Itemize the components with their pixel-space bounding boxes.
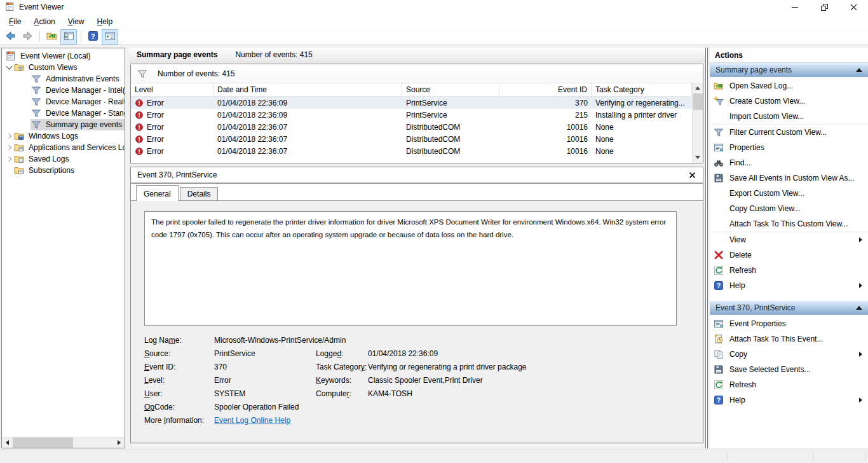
action-copy[interactable]: Copy	[710, 347, 868, 362]
scroll-left-button[interactable]	[2, 438, 13, 448]
tree-item-saved-logs[interactable]: Saved Logs	[2, 153, 125, 165]
event-fields: Log Name:Microsoft-Windows-PrintService/…	[144, 333, 691, 427]
tree-item-label: Device Manager - Standa	[46, 109, 125, 118]
tree-expander[interactable]	[4, 146, 13, 149]
action-save-selected-events[interactable]: Save Selected Events...	[710, 362, 868, 377]
action-refresh[interactable]: Refresh	[710, 263, 868, 278]
tree-item-custom-views[interactable]: Custom Views	[2, 62, 125, 73]
menu-view[interactable]: View	[62, 15, 91, 28]
scroll-right-button[interactable]	[114, 438, 125, 448]
collapse-icon[interactable]	[856, 306, 862, 310]
help-button[interactable]: ?	[85, 29, 101, 45]
action-label: Help	[729, 281, 745, 290]
action-find[interactable]: Find...	[710, 155, 868, 170]
table-row[interactable]: Error01/04/2018 22:36:09PrintService215I…	[131, 109, 703, 121]
minimize-button[interactable]	[780, 0, 810, 14]
action-label: Refresh	[729, 380, 756, 389]
action-copy-custom-view[interactable]: Copy Custom View...	[710, 201, 868, 216]
pane-splitter[interactable]	[705, 48, 708, 448]
action-pane-button[interactable]	[102, 29, 118, 45]
statusbar-divider	[728, 453, 728, 461]
delete-icon	[714, 250, 724, 260]
tree-item-windows-logs[interactable]: Windows Logs	[2, 130, 125, 142]
column-header-task-category[interactable]: Task Category	[592, 83, 692, 97]
console-tree-button[interactable]	[60, 29, 77, 45]
action-label: Find...	[729, 158, 750, 167]
tree-item-event-viewer-local[interactable]: Event Viewer (Local)	[2, 50, 125, 62]
blank-icon	[714, 188, 724, 198]
tree-item-device-manager-realtek[interactable]: Device Manager - Realtek	[2, 96, 125, 107]
tree-item-subscriptions[interactable]: Subscriptions	[2, 165, 125, 176]
action-import-custom-view[interactable]: Import Custom View...	[710, 109, 868, 124]
restore-button[interactable]	[810, 0, 839, 14]
open-folder-icon	[714, 81, 724, 91]
menu-action[interactable]: Action	[27, 15, 61, 28]
open-folder-button[interactable]	[43, 29, 60, 45]
action-filter-current-custom-view[interactable]: Filter Current Custom View...	[710, 124, 868, 140]
action-view[interactable]: View	[710, 232, 868, 247]
tree-item-summary-page-events[interactable]: Summary page events	[2, 119, 125, 130]
save-icon	[714, 173, 724, 183]
column-header-source[interactable]: Source	[402, 83, 499, 97]
scroll-down-button[interactable]	[693, 152, 703, 163]
table-row[interactable]: Error01/04/2018 22:36:07DistributedCOM10…	[131, 145, 703, 157]
collapse-icon[interactable]	[856, 68, 862, 72]
tree-expander[interactable]	[4, 66, 13, 69]
column-header-date-and-time[interactable]: Date and Time	[214, 83, 402, 97]
tree-expander[interactable]	[4, 157, 13, 161]
table-row[interactable]: Error01/04/2018 22:36:07DistributedCOM10…	[131, 121, 703, 133]
restore-icon	[821, 4, 827, 10]
copy-icon	[714, 349, 724, 359]
action-refresh[interactable]: Refresh	[710, 377, 868, 392]
tree-item-device-manager-intel-r[interactable]: Device Manager - Intel(R	[2, 85, 125, 96]
detail-close-button[interactable]	[688, 170, 696, 179]
action-label: Refresh	[729, 266, 756, 275]
table-row[interactable]: Error01/04/2018 22:36:07DistributedCOM10…	[131, 133, 703, 145]
action-save-all-events-in-custom-view-as[interactable]: Save All Events in Custom View As...	[710, 170, 868, 186]
scroll-up-button[interactable]	[693, 83, 703, 93]
action-properties[interactable]: Properties	[710, 140, 868, 155]
actions-section-summary-page-events[interactable]: Summary page events	[710, 63, 868, 77]
tree-item-label: Summary page events	[46, 120, 122, 129]
find-icon	[714, 158, 724, 168]
forward-arrow-button[interactable]	[19, 29, 36, 45]
tree-item-device-manager-standa[interactable]: Device Manager - Standa	[2, 107, 125, 119]
tab-general[interactable]: General	[136, 185, 179, 201]
tab-details[interactable]: Details	[180, 187, 219, 200]
event-log-online-help-link[interactable]: Event Log Online Help	[214, 416, 290, 425]
tree-expander[interactable]	[4, 134, 13, 138]
blank-icon	[714, 219, 724, 229]
action-help[interactable]: ?Help	[710, 278, 868, 293]
chevron-down-icon	[6, 64, 12, 70]
actions-section-event-370-printservice[interactable]: Event 370, PrintService	[710, 301, 868, 315]
tree-horizontal-scrollbar[interactable]	[2, 437, 125, 448]
scrollbar-thumb[interactable]	[693, 93, 703, 110]
tree-item-administrative-events[interactable]: Administrative Events	[2, 73, 125, 85]
action-create-custom-view[interactable]: Create Custom View...	[710, 93, 868, 109]
action-open-saved-log[interactable]: Open Saved Log...	[710, 78, 868, 93]
events-vertical-scrollbar[interactable]	[692, 83, 703, 163]
close-button[interactable]	[839, 0, 868, 14]
event-source-cell: DistributedCOM	[402, 123, 499, 132]
filter-summary-bar: Number of events: 415	[131, 64, 703, 83]
action-attach-task-to-this-custom-view[interactable]: Attach Task To This Custom View...	[710, 216, 868, 232]
column-header-event-id[interactable]: Event ID	[499, 83, 592, 97]
action-event-properties[interactable]: Event Properties	[710, 316, 868, 331]
event-id-cell: 10016	[499, 135, 592, 144]
tree-item-label: Custom Views	[29, 63, 77, 72]
action-delete[interactable]: Delete	[710, 247, 868, 263]
close-icon	[850, 4, 857, 11]
menu-help[interactable]: Help	[91, 15, 119, 28]
action-export-custom-view[interactable]: Export Custom View...	[710, 186, 868, 201]
column-header-level[interactable]: Level	[131, 83, 214, 97]
action-help[interactable]: ?Help	[710, 392, 868, 408]
back-arrow-button[interactable]	[2, 29, 18, 45]
action-attach-task-to-this-event[interactable]: Attach Task To This Event...	[710, 331, 868, 347]
section-title: Summary page events	[715, 66, 792, 74]
tree-item-applications-and-services-lo[interactable]: Applications and Services Lo	[2, 142, 125, 153]
table-row[interactable]: Error01/04/2018 22:36:09PrintService370V…	[131, 97, 703, 109]
menu-file[interactable]: File	[3, 15, 27, 28]
scrollbar-thumb[interactable]	[13, 438, 73, 448]
results-pane-header: Summary page events Number of events: 41…	[129, 48, 705, 62]
action-pane-icon	[105, 31, 116, 43]
